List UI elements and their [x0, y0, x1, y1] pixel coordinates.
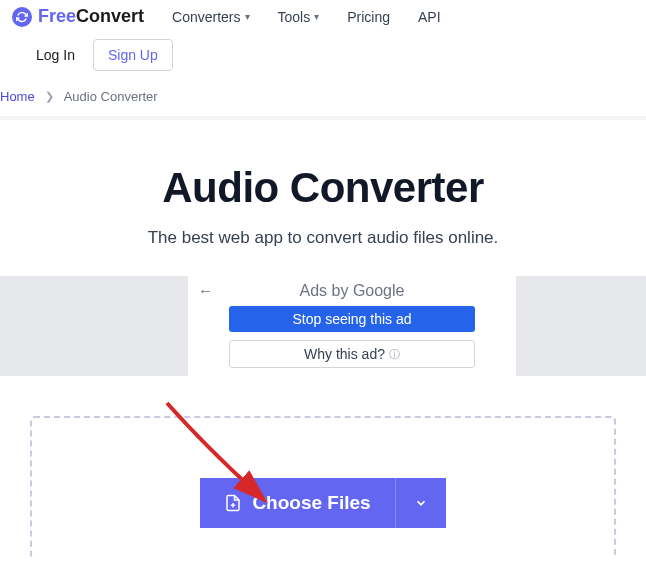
ad-strip: ← Ads by Google Stop seeing this ad Why …	[0, 276, 646, 376]
page-subtitle: The best web app to convert audio files …	[20, 228, 626, 248]
top-nav: FreeConvert Converters ▾ Tools ▾ Pricing…	[0, 0, 646, 33]
hero: Audio Converter The best web app to conv…	[0, 120, 646, 276]
nav-tools[interactable]: Tools ▾	[278, 9, 320, 25]
auth-row: Log In Sign Up	[0, 33, 646, 81]
refresh-icon	[12, 7, 32, 27]
login-link[interactable]: Log In	[36, 47, 75, 63]
breadcrumb-home[interactable]: Home	[0, 89, 35, 104]
chevron-right-icon: ❯	[45, 90, 54, 103]
stop-ad-button[interactable]: Stop seeing this ad	[229, 306, 475, 332]
chevron-down-icon	[414, 496, 428, 510]
ad-placeholder-right	[516, 276, 646, 376]
ad-placeholder-left	[0, 276, 188, 376]
choose-files-button[interactable]: Choose Files	[200, 478, 394, 528]
page-title: Audio Converter	[20, 164, 626, 212]
nav-converters[interactable]: Converters ▾	[172, 9, 249, 25]
ads-byline: Ads by Google	[188, 276, 516, 306]
signup-button[interactable]: Sign Up	[93, 39, 173, 71]
choose-files-dropdown[interactable]	[395, 478, 446, 528]
upload-dropzone[interactable]: Choose Files	[30, 416, 616, 558]
logo[interactable]: FreeConvert	[12, 6, 144, 27]
ad-controls: Ads by Google Stop seeing this ad Why th…	[188, 276, 516, 368]
info-icon: ⓘ	[389, 347, 400, 362]
file-add-icon	[224, 494, 242, 512]
choose-files-group: Choose Files	[200, 478, 445, 528]
chevron-down-icon: ▾	[314, 11, 319, 22]
chevron-down-icon: ▾	[245, 11, 250, 22]
breadcrumb: Home ❯ Audio Converter	[0, 81, 646, 112]
nav-pricing[interactable]: Pricing	[347, 9, 390, 25]
why-ad-button[interactable]: Why this ad? ⓘ	[229, 340, 475, 368]
nav-api[interactable]: API	[418, 9, 441, 25]
logo-text: FreeConvert	[38, 6, 144, 27]
breadcrumb-current: Audio Converter	[64, 89, 158, 104]
